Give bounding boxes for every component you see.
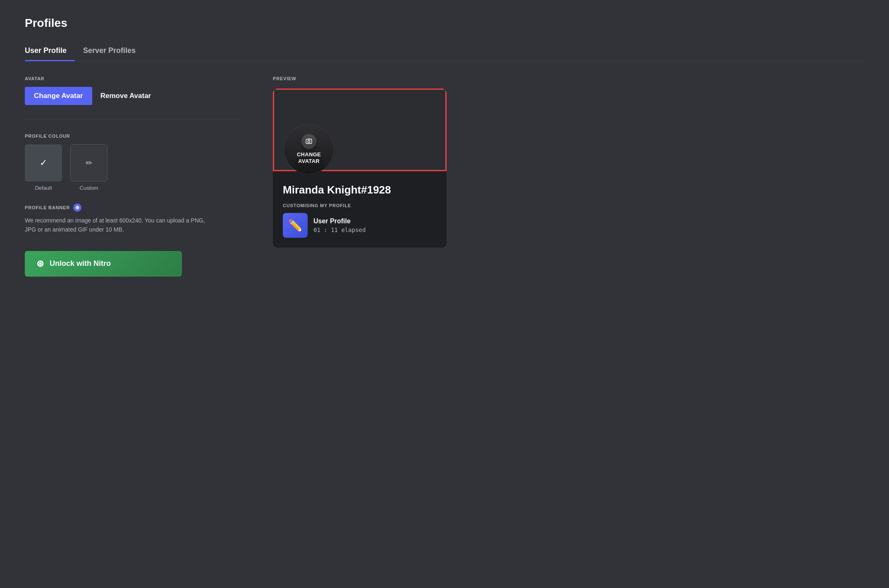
colour-swatch-default: ✓: [25, 144, 62, 182]
content-layout: AVATAR Change Avatar Remove Avatar PROFI…: [25, 76, 864, 277]
activity-label: CUSTOMISING MY PROFILE: [283, 203, 437, 208]
profile-colour-label: PROFILE COLOUR: [25, 134, 240, 139]
svg-rect-2: [306, 139, 312, 144]
profile-colour-section: PROFILE COLOUR ✓ Default ✏ Custom: [25, 134, 240, 191]
activity-time: 01 : 11 elapsed: [313, 227, 366, 233]
profile-banner-section: PROFILE BANNER ⊕ We recommend an image o…: [25, 203, 240, 234]
avatar-overlay: CHANGEAVATAR: [284, 124, 334, 174]
avatar-section: AVATAR Change Avatar Remove Avatar: [25, 76, 240, 105]
avatar-circle[interactable]: CHANGEAVATAR: [284, 124, 334, 174]
left-panel: AVATAR Change Avatar Remove Avatar PROFI…: [25, 76, 240, 277]
profile-banner-label: PROFILE BANNER: [25, 205, 70, 210]
colour-label-custom: Custom: [80, 185, 98, 191]
svg-point-3: [308, 141, 310, 143]
unlock-nitro-label: Unlock with Nitro: [50, 259, 111, 268]
colour-options: ✓ Default ✏ Custom: [25, 144, 240, 191]
colour-swatch-custom: ✏: [70, 144, 108, 182]
activity-title: User Profile: [313, 218, 366, 225]
profile-card-body: Miranda Knight#1928 CUSTOMISING MY PROFI…: [273, 171, 447, 248]
profile-card-top: CHANGEAVATAR: [273, 88, 447, 171]
profile-username: Miranda Knight#1928: [283, 184, 437, 196]
unlock-nitro-button[interactable]: ⊛ Unlock with Nitro: [25, 251, 182, 277]
preview-label: PREVIEW: [273, 76, 864, 81]
change-avatar-button[interactable]: Change Avatar: [25, 87, 92, 105]
colour-option-default[interactable]: ✓ Default: [25, 144, 62, 191]
activity-row: ✏️ User Profile 01 : 11 elapsed: [283, 213, 437, 238]
banner-label-row: PROFILE BANNER ⊕: [25, 203, 240, 212]
remove-avatar-button[interactable]: Remove Avatar: [100, 92, 151, 100]
change-avatar-overlay-icon: [301, 134, 316, 149]
activity-info: User Profile 01 : 11 elapsed: [313, 218, 366, 233]
activity-icon: ✏️: [283, 213, 308, 238]
nitro-btn-icon: ⊛: [36, 258, 44, 269]
page-title: Profiles: [25, 17, 864, 30]
right-panel: PREVIEW: [273, 76, 864, 277]
tabs-container: User Profile Server Profiles: [25, 42, 864, 61]
colour-label-default: Default: [35, 185, 52, 191]
avatar-container: CHANGEAVATAR: [284, 124, 334, 174]
change-avatar-overlay-text: CHANGEAVATAR: [297, 151, 321, 164]
profile-card: CHANGEAVATAR Miranda Knight#1928 CUSTOMI…: [273, 88, 447, 248]
banner-description: We recommend an image of at least 600x24…: [25, 216, 215, 234]
nitro-icon: ⊕: [73, 203, 81, 212]
avatar-buttons: Change Avatar Remove Avatar: [25, 87, 240, 105]
tab-server-profiles[interactable]: Server Profiles: [83, 42, 144, 61]
pencil-icon: ✏: [86, 158, 93, 168]
tab-user-profile[interactable]: User Profile: [25, 42, 75, 61]
avatar-section-label: AVATAR: [25, 76, 240, 81]
divider-1: [25, 119, 240, 120]
colour-option-custom[interactable]: ✏ Custom: [70, 144, 108, 191]
checkmark-icon: ✓: [40, 158, 47, 168]
